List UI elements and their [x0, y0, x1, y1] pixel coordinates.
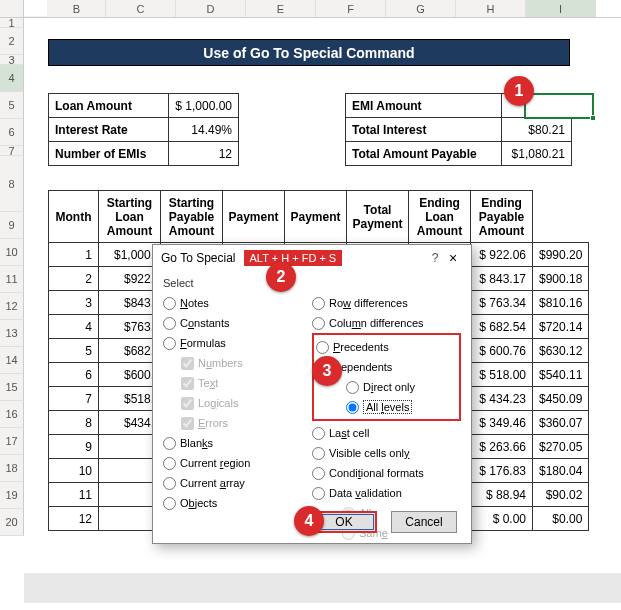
table-cell[interactable]: $540.11	[533, 363, 589, 387]
opt-notes[interactable]: Notes	[163, 293, 312, 313]
table-cell[interactable]: 5	[49, 339, 99, 363]
table-cell[interactable]: $ 682.54	[471, 315, 533, 339]
opt-text: Text	[181, 373, 312, 393]
table-cell[interactable]: $ 922.06	[471, 243, 533, 267]
table-cell[interactable]: 11	[49, 483, 99, 507]
opt-objects[interactable]: Objects	[163, 493, 312, 513]
table-cell[interactable]: 1	[49, 243, 99, 267]
cancel-button[interactable]: Cancel	[391, 511, 457, 533]
table-cell[interactable]: 12	[49, 507, 99, 531]
opt-all-levels[interactable]: All levels	[346, 397, 457, 417]
opt-logicals: Logicals	[181, 393, 312, 413]
table-cell[interactable]: $ 176.83	[471, 459, 533, 483]
table-cell[interactable]: $ 263.66	[471, 435, 533, 459]
column-headers: B C D E F G H I	[0, 0, 621, 18]
table-cell[interactable]: 10	[49, 459, 99, 483]
callout-1: 1	[504, 76, 534, 106]
opt-col-diff[interactable]: Column differences	[312, 313, 461, 333]
table-cell[interactable]: $ 600.76	[471, 339, 533, 363]
help-icon[interactable]: ?	[427, 251, 443, 265]
table-cell[interactable]: $ 88.94	[471, 483, 533, 507]
opt-cond-formats[interactable]: Conditional formats	[312, 463, 461, 483]
col-G[interactable]: G	[386, 0, 456, 17]
opt-visible-cells[interactable]: Visible cells only	[312, 443, 461, 463]
dialog-title: Go To Special	[161, 251, 236, 265]
col-H[interactable]: H	[456, 0, 526, 17]
table-cell[interactable]: $450.09	[533, 387, 589, 411]
table-cell[interactable]: $ 763.34	[471, 291, 533, 315]
opt-constants[interactable]: Constants	[163, 313, 312, 333]
goto-special-dialog: Go To Special ALT + H + FD + S ? × Selec…	[152, 244, 472, 544]
table-cell[interactable]: 8	[49, 411, 99, 435]
col-D[interactable]: D	[176, 0, 246, 17]
table-cell[interactable]: $90.02	[533, 483, 589, 507]
table-cell[interactable]: $360.07	[533, 411, 589, 435]
summary-left: Loan Amount$ 1,000.00 Interest Rate14.49…	[48, 93, 239, 166]
col-C[interactable]: C	[106, 0, 176, 17]
table-cell[interactable]: $630.12	[533, 339, 589, 363]
table-cell[interactable]: $900.18	[533, 267, 589, 291]
table-cell[interactable]: $ 0.00	[471, 507, 533, 531]
callout-4: 4	[294, 506, 324, 536]
opt-numbers: Numbers	[181, 353, 312, 373]
selected-cell[interactable]	[524, 93, 594, 119]
group-label: Select	[163, 277, 461, 289]
shortcut-badge: ALT + H + FD + S	[244, 250, 343, 266]
opt-row-diff[interactable]: Row differences	[312, 293, 461, 313]
table-cell[interactable]: $ 843.17	[471, 267, 533, 291]
opt-formulas[interactable]: Formulas	[163, 333, 312, 353]
fill-handle[interactable]	[590, 115, 596, 121]
opt-blanks[interactable]: Blanks	[163, 433, 312, 453]
table-cell[interactable]: $ 518.00	[471, 363, 533, 387]
opt-errors: Errors	[181, 413, 312, 433]
table-cell[interactable]: $270.05	[533, 435, 589, 459]
table-cell[interactable]: $990.20	[533, 243, 589, 267]
opt-last-cell[interactable]: Last cell	[312, 423, 461, 443]
opt-precedents[interactable]: Precedents	[316, 337, 457, 357]
opt-direct-only[interactable]: Direct only	[346, 377, 457, 397]
opt-data-validation[interactable]: Data validation	[312, 483, 461, 503]
table-cell[interactable]: $180.04	[533, 459, 589, 483]
col-F[interactable]: F	[316, 0, 386, 17]
table-cell[interactable]: $810.16	[533, 291, 589, 315]
table-cell[interactable]: 7	[49, 387, 99, 411]
callout-3: 3	[312, 356, 342, 386]
page-title: Use of Go To Special Command	[48, 39, 570, 66]
table-cell[interactable]: $ 434.23	[471, 387, 533, 411]
close-icon[interactable]: ×	[443, 250, 463, 266]
opt-current-region[interactable]: Current region	[163, 453, 312, 473]
opt-current-array[interactable]: Current array	[163, 473, 312, 493]
table-cell[interactable]: 3	[49, 291, 99, 315]
table-cell[interactable]: $0.00	[533, 507, 589, 531]
callout-2: 2	[266, 262, 296, 292]
table-cell[interactable]: 9	[49, 435, 99, 459]
table-cell[interactable]: 6	[49, 363, 99, 387]
col-B[interactable]: B	[48, 0, 106, 17]
table-cell[interactable]: $720.14	[533, 315, 589, 339]
col-E[interactable]: E	[246, 0, 316, 17]
col-I[interactable]: I	[526, 0, 596, 17]
table-cell[interactable]: $ 349.46	[471, 411, 533, 435]
table-cell[interactable]: 4	[49, 315, 99, 339]
table-cell[interactable]: 2	[49, 267, 99, 291]
